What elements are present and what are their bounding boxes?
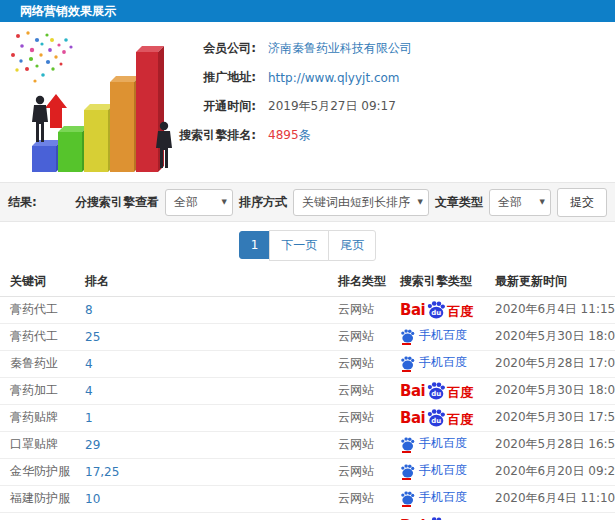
bar-chart-illustration: [4, 28, 176, 178]
sort-select[interactable]: 关键词由短到长排序: [293, 189, 429, 216]
rank-cell[interactable]: 8: [75, 296, 328, 323]
baidu-pc-logo: Bai du 百度: [400, 409, 473, 426]
open-time-label: 开通时间:: [176, 98, 256, 115]
baidu-pc-logo: Bai du 百度: [400, 382, 473, 399]
baidu-paw-icon: [400, 491, 415, 505]
table-row: 秦鲁药业 4 云网站 手机百度 2020年5月28日 17:02: [0, 350, 615, 377]
time-cell: 2020年6月4日 11:15: [485, 296, 615, 323]
rank-cell[interactable]: 17,25: [75, 458, 328, 485]
time-cell: 2020年6月4日 11:10: [485, 485, 615, 512]
svg-text:du: du: [431, 417, 441, 425]
article-type-value: 全部: [498, 194, 522, 211]
baidu-paw-icon: du: [426, 301, 446, 319]
rank-cell[interactable]: 4: [75, 377, 328, 404]
baidu-paw-icon: du: [426, 382, 446, 400]
keyword-cell: 膏药贴牌: [0, 404, 75, 431]
page-title: 网络营销效果展示: [0, 0, 615, 22]
bar-chart-image: [4, 28, 176, 178]
next-page-button[interactable]: 下一页: [269, 230, 329, 261]
confetti-dots: [11, 31, 73, 82]
url-label: 推广地址:: [176, 69, 256, 86]
engine-rank-value: 4895条: [268, 127, 311, 144]
rank-cell[interactable]: 25: [75, 323, 328, 350]
rank-cell[interactable]: 1: [75, 404, 328, 431]
baidu-paw-icon: [400, 356, 415, 370]
keyword-cell: 膏药代工: [0, 323, 75, 350]
rank-type-cell: 云网站: [328, 323, 390, 350]
open-time-value: 2019年5月27日 09:17: [268, 98, 396, 115]
page: 网络营销效果展示: [0, 0, 615, 520]
time-cell: 2020年5月30日 18:06: [485, 323, 615, 350]
table-row: 膏药代工 8 云网站 Bai du 百度 2020年6月4日 11:15: [0, 296, 615, 323]
time-cell: 2020年5月30日 18:03: [485, 377, 615, 404]
rank-cell[interactable]: 29: [75, 431, 328, 458]
engine-filter-value: 全部: [174, 194, 198, 211]
keyword-cell: 福建防护服: [0, 485, 75, 512]
article-type-label: 文章类型: [435, 194, 483, 211]
baidu-paw-icon: du: [426, 409, 446, 427]
table-row-partial: Bai du 百度: [0, 512, 615, 520]
sort-label: 排序方式: [239, 194, 287, 211]
engine-cell: 手机百度: [390, 431, 485, 458]
rank-type-cell: 云网站: [328, 377, 390, 404]
submit-button[interactable]: 提交: [557, 188, 607, 217]
filter-bar: 结果: 分搜索引擎查看 全部 排序方式 关键词由短到长排序 文章类型 全部 提交: [0, 182, 615, 222]
rank-type-cell: 云网站: [328, 350, 390, 377]
time-cell: [485, 512, 615, 520]
sort-value: 关键词由短到长排序: [302, 194, 410, 211]
last-page-button[interactable]: 尾页: [328, 230, 376, 261]
baidu-mobile-logo: 手机百度: [400, 489, 467, 506]
rank-cell: [75, 512, 328, 520]
baidu-mobile-logo: 手机百度: [400, 354, 467, 371]
table-row: 口罩贴牌 29 云网站 手机百度 2020年5月28日 16:55: [0, 431, 615, 458]
result-label: 结果:: [8, 194, 37, 211]
page-1-button[interactable]: 1: [239, 231, 271, 259]
time-cell: 2020年6月20日 09:25: [485, 458, 615, 485]
keyword-cell: 膏药代工: [0, 296, 75, 323]
up-arrow-icon: [45, 94, 67, 128]
open-time-field: 开通时间: 2019年5月27日 09:17: [176, 98, 615, 115]
rank-cell[interactable]: 4: [75, 350, 328, 377]
rank-type-cell: 云网站: [328, 296, 390, 323]
promotion-url-link[interactable]: http://www.qlyyjt.com: [268, 71, 400, 85]
engine-filter-label: 分搜索引擎查看: [75, 194, 159, 211]
company-info: 会员公司: 济南秦鲁药业科技有限公司 推广地址: http://www.qlyy…: [176, 28, 615, 182]
time-cell: 2020年5月30日 17:58: [485, 404, 615, 431]
keyword-cell: 金华防护服: [0, 458, 75, 485]
pagination: 1 下一页 尾页: [0, 222, 615, 268]
engine-cell: 手机百度: [390, 458, 485, 485]
rank-type-cell: 云网站: [328, 485, 390, 512]
baidu-mobile-logo: 手机百度: [400, 462, 467, 479]
keyword-cell: 秦鲁药业: [0, 350, 75, 377]
rank-type-cell: 云网站: [328, 431, 390, 458]
company-label: 会员公司:: [176, 40, 256, 57]
table-row: 福建防护服 10 云网站 手机百度 2020年6月4日 11:10: [0, 485, 615, 512]
time-cell: 2020年5月28日 16:55: [485, 431, 615, 458]
baidu-pc-logo: Bai du 百度: [400, 301, 473, 318]
keyword-cell: [0, 512, 75, 520]
rank-type-cell: 云网站: [328, 404, 390, 431]
table-row: 膏药代工 25 云网站 手机百度 2020年5月30日 18:06: [0, 323, 615, 350]
company-link[interactable]: 济南秦鲁药业科技有限公司: [268, 40, 412, 57]
engine-filter-select[interactable]: 全部: [165, 189, 233, 216]
rank-type-cell: [328, 512, 390, 520]
table-header-row: 关键词 排名 排名类型 搜索引擎类型 最新更新时间: [0, 268, 615, 296]
header-update-time: 最新更新时间: [485, 268, 615, 296]
info-section: 会员公司: 济南秦鲁药业科技有限公司 推广地址: http://www.qlyy…: [0, 22, 615, 182]
filter-controls: 分搜索引擎查看 全部 排序方式 关键词由短到长排序 文章类型 全部 提交: [75, 188, 607, 217]
rank-cell[interactable]: 10: [75, 485, 328, 512]
engine-cell: 手机百度: [390, 323, 485, 350]
engine-cell: Bai du 百度: [390, 512, 485, 520]
engine-cell: Bai du 百度: [390, 404, 485, 431]
keyword-cell: 膏药加工: [0, 377, 75, 404]
engine-cell: 手机百度: [390, 350, 485, 377]
baidu-paw-icon: [400, 437, 415, 451]
svg-text:du: du: [431, 309, 441, 317]
keyword-cell: 口罩贴牌: [0, 431, 75, 458]
header-rank-type: 排名类型: [328, 268, 390, 296]
header-keyword: 关键词: [0, 268, 75, 296]
baidu-mobile-logo: 手机百度: [400, 327, 467, 344]
article-type-select[interactable]: 全部: [489, 189, 551, 216]
header-engine-type: 搜索引擎类型: [390, 268, 485, 296]
engine-cell: Bai du 百度: [390, 377, 485, 404]
